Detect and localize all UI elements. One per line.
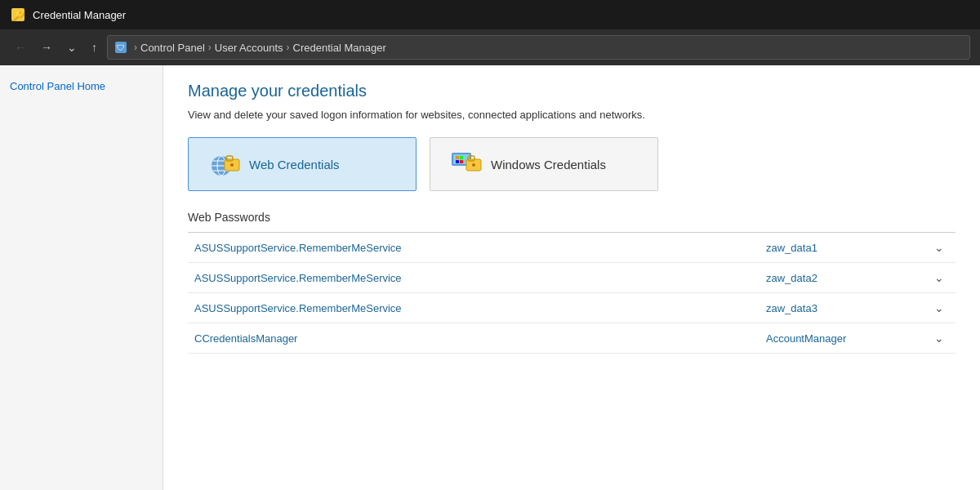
control-panel-home-link[interactable]: Control Panel Home [10,80,105,92]
credential-user: zaw_data1 [766,242,929,254]
sep-1: › [134,42,137,53]
titlebar-text: Credential Manager [33,9,126,21]
breadcrumb-user-accounts[interactable]: User Accounts [215,42,283,54]
dropdown-button[interactable]: ⌄ [62,38,82,57]
titlebar: 🔑 Credential Manager [0,0,980,29]
sidebar: Control Panel Home [0,65,163,490]
web-credentials-label: Web Credentials [249,158,340,172]
svg-point-11 [230,163,234,167]
page-title: Manage your credentials [188,82,956,100]
breadcrumb-icon: 🛡 [114,41,127,54]
table-row[interactable]: ASUSSupportService.RememberMeService zaw… [188,263,956,293]
credential-user: zaw_data3 [766,302,929,314]
section-title: Web Passwords [188,211,956,227]
svg-rect-15 [460,156,463,159]
breadcrumb-bar: 🛡 › Control Panel › User Accounts › Cred… [107,35,970,60]
svg-text:🔑: 🔑 [12,9,24,21]
svg-rect-14 [456,156,459,159]
credential-user: zaw_data2 [766,272,929,284]
breadcrumb-control-panel[interactable]: Control Panel [140,42,205,54]
web-credentials-button[interactable]: Web Credentials [188,137,416,191]
chevron-down-icon: ⌄ [929,332,949,345]
chevron-down-icon: ⌄ [929,241,949,254]
sep-3: › [287,42,290,53]
table-row[interactable]: ASUSSupportService.RememberMeService zaw… [188,293,956,323]
svg-rect-17 [460,160,463,163]
table-row[interactable]: ASUSSupportService.RememberMeService zaw… [188,233,956,263]
svg-point-20 [472,163,475,167]
main-layout: Control Panel Home Manage your credentia… [0,65,980,490]
chevron-down-icon: ⌄ [929,271,949,284]
app-icon: 🔑 [10,7,26,23]
back-button[interactable]: ← [10,38,31,57]
up-button[interactable]: ↑ [87,38,102,57]
credential-name: CCredentialsManager [194,332,766,345]
credential-name: ASUSSupportService.RememberMeService [194,242,766,254]
svg-rect-16 [456,160,459,163]
windows-credentials-button[interactable]: Windows Credentials [430,137,658,191]
forward-icon: → [41,41,52,54]
up-icon: ↑ [91,41,97,54]
addressbar: ← → ⌄ ↑ 🛡 › Control Panel › User Account… [0,29,980,65]
windows-credentials-label: Windows Credentials [491,158,606,172]
sep-2: › [208,42,212,53]
web-passwords-section: Web Passwords ASUSSupportService.Remembe… [188,211,956,354]
table-row[interactable]: CCredentialsManager AccountManager ⌄ [188,323,956,354]
credentials-list: ASUSSupportService.RememberMeService zaw… [188,232,956,354]
credential-user: AccountManager [766,332,929,345]
page-description: View and delete your saved logon informa… [188,109,956,121]
credential-name: ASUSSupportService.RememberMeService [194,272,766,284]
forward-button[interactable]: → [36,38,57,57]
back-icon: ← [15,41,26,54]
windows-credentials-icon [450,148,483,180]
dropdown-icon: ⌄ [67,41,77,54]
breadcrumb-credential-manager[interactable]: Credential Manager [293,42,386,54]
web-credentials-icon [208,148,241,180]
svg-text:🛡: 🛡 [117,43,125,52]
content-area: Manage your credentials View and delete … [163,65,980,490]
credential-name: ASUSSupportService.RememberMeService [194,302,766,314]
credential-type-row: Web Credentials [188,137,956,191]
chevron-down-icon: ⌄ [929,301,949,314]
